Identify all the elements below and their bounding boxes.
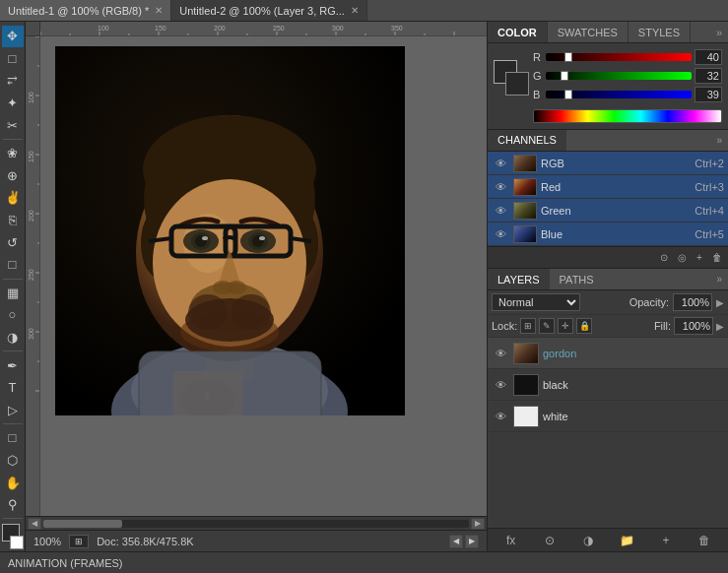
lock-label: Lock: [492, 320, 517, 332]
channels-btn4[interactable]: 🗑 [710, 251, 724, 265]
red-slider-track[interactable] [546, 53, 692, 61]
tool-blur[interactable]: ○ [2, 304, 24, 326]
layer-delete-btn[interactable]: 🗑 [695, 531, 714, 550]
zoom-btn[interactable]: ⊞ [69, 535, 89, 548]
red-slider-thumb[interactable] [564, 52, 572, 62]
channel-green[interactable]: 👁 Green Ctrl+4 [488, 199, 728, 223]
layer-eye-black[interactable]: 👁 [492, 376, 509, 394]
red-slider-row: R 40 [533, 49, 722, 65]
scroll-track[interactable] [43, 520, 469, 528]
channel-red[interactable]: 👁 Red Ctrl+3 [488, 175, 728, 199]
tool-zoom[interactable]: ⚲ [2, 494, 24, 516]
channel-eye-red[interactable]: 👁 [492, 178, 509, 196]
svg-text:250: 250 [273, 25, 285, 32]
channel-blue[interactable]: 👁 Blue Ctrl+5 [488, 223, 728, 246]
tool-eyedropper[interactable]: ❀ [2, 143, 24, 164]
tool-shape[interactable]: □ [2, 427, 24, 449]
layer-style-btn[interactable]: fx [501, 531, 521, 550]
lock-transparent-btn[interactable]: ⊞ [520, 318, 536, 334]
tool-gradient[interactable]: ▦ [2, 283, 24, 304]
layer-mask-btn[interactable]: ⊙ [540, 531, 560, 550]
channel-eye-green[interactable]: 👁 [492, 202, 509, 220]
tool-move[interactable]: ✥ [2, 26, 24, 47]
doc-info: Doc: 356.8K/475.8K [97, 536, 193, 547]
fill-arrow[interactable]: ▶ [716, 321, 724, 332]
layer-eye-white[interactable]: 👁 [492, 408, 509, 425]
tool-lasso[interactable]: ⥂ [2, 70, 24, 92]
layers-section: LAYERS PATHS » Normal Opacity: 100% ▶ [488, 269, 728, 551]
layer-eye-gordon[interactable]: 👁 [492, 345, 509, 362]
svg-point-60 [259, 236, 265, 240]
tab-untitled2[interactable]: Untitled-2 @ 100% (Layer 3, RG... ✕ [171, 0, 367, 21]
layer-black[interactable]: 👁 black [488, 369, 728, 401]
layers-expand[interactable]: » [710, 274, 728, 285]
green-slider-thumb[interactable] [561, 71, 568, 81]
tool-magic-wand[interactable]: ✦ [2, 93, 24, 114]
tool-3d[interactable]: ⬡ [2, 450, 24, 472]
tool-eraser[interactable]: □ [2, 254, 24, 276]
background-swatch[interactable] [10, 536, 24, 549]
tab-untitled1[interactable]: Untitled-1 @ 100% (RGB/8) * ✕ [0, 0, 171, 21]
h-scrollbar[interactable]: ◀ ▶ [26, 516, 487, 530]
tab-paths[interactable]: PATHS [550, 269, 604, 289]
tab-close-2[interactable]: ✕ [351, 5, 359, 16]
tool-history-brush[interactable]: ↺ [2, 231, 24, 253]
prev-btn[interactable]: ◀ [449, 535, 463, 548]
tab-close-1[interactable]: ✕ [155, 5, 163, 16]
channel-eye-blue[interactable]: 👁 [492, 225, 509, 243]
lock-image-btn[interactable]: ✎ [539, 318, 555, 334]
blue-slider-track[interactable] [546, 91, 692, 98]
green-slider-track[interactable] [546, 72, 692, 80]
layer-adj-btn[interactable]: ◑ [578, 531, 598, 550]
tool-dodge[interactable]: ◑ [2, 327, 24, 349]
scroll-thumb[interactable] [43, 520, 122, 528]
color-spectrum-bar[interactable] [533, 109, 722, 123]
tab-channels[interactable]: CHANNELS [488, 130, 566, 151]
ruler-horizontal: 100 150 200 250 300 [40, 22, 487, 36]
fg-bg-swatches[interactable] [494, 60, 529, 96]
tool-heal[interactable]: ⊕ [2, 165, 24, 187]
r-value[interactable]: 40 [695, 49, 722, 65]
next-btn[interactable]: ▶ [465, 535, 479, 548]
background-color[interactable] [505, 72, 529, 96]
tool-clone[interactable]: ⎘ [2, 210, 24, 231]
scroll-right-btn[interactable]: ▶ [471, 518, 485, 530]
tool-brush[interactable]: ✌ [2, 187, 24, 209]
tool-path-select[interactable]: ▷ [2, 399, 24, 420]
layer-white[interactable]: 👁 white [488, 401, 728, 432]
layer-group-btn[interactable]: 📁 [618, 531, 637, 550]
channel-eye-rgb[interactable]: 👁 [492, 155, 509, 172]
tool-type[interactable]: T [2, 377, 24, 399]
channel-rgb[interactable]: 👁 RGB Ctrl+2 [488, 152, 728, 175]
tool-select-rect[interactable]: □ [2, 48, 24, 70]
layer-thumb-black [513, 374, 539, 396]
scroll-left-btn[interactable]: ◀ [28, 518, 41, 530]
layer-name-gordon: gordon [543, 348, 724, 359]
canvas-view[interactable]: λ [40, 36, 487, 516]
tool-crop[interactable]: ✂ [2, 114, 24, 136]
channels-btn2[interactable]: ◎ [675, 251, 689, 265]
tool-pen[interactable]: ✒ [2, 354, 24, 376]
blue-slider-thumb[interactable] [564, 90, 572, 99]
color-panel-expand[interactable]: » [710, 22, 728, 42]
blend-mode-select[interactable]: Normal [492, 293, 580, 311]
tab-styles[interactable]: STYLES [629, 22, 691, 42]
tool-hand[interactable]: ✋ [2, 472, 24, 493]
channels-expand[interactable]: » [710, 135, 728, 146]
tab-swatches[interactable]: SWATCHES [548, 22, 629, 42]
scroll-controls: ◀ ▶ [449, 535, 479, 548]
lock-move-btn[interactable]: ✛ [558, 318, 573, 334]
tab-color[interactable]: COLOR [488, 22, 548, 42]
layer-gordon[interactable]: 👁 gordon [488, 338, 728, 369]
fg-bg-color-swatch[interactable] [0, 524, 26, 549]
opacity-arrow[interactable]: ▶ [716, 297, 724, 308]
fill-value[interactable]: 100% [674, 317, 713, 335]
b-value[interactable]: 39 [695, 87, 722, 102]
layer-new-btn[interactable]: + [656, 531, 676, 550]
channels-btn1[interactable]: ⊙ [657, 251, 671, 265]
opacity-value[interactable]: 100% [673, 293, 712, 311]
g-value[interactable]: 32 [695, 68, 722, 84]
channels-btn3[interactable]: + [693, 251, 706, 265]
tab-layers[interactable]: LAYERS [488, 269, 550, 289]
lock-all-btn[interactable]: 🔒 [576, 318, 592, 334]
